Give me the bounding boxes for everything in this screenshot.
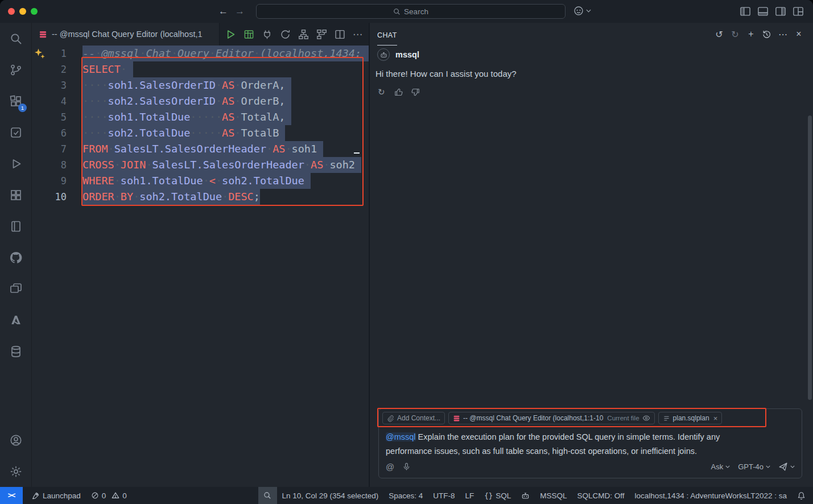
split-editor-icon[interactable]: [335, 29, 345, 40]
code-line[interactable]: CROSS·JOIN·SalesLT.SalesOrderHeader·AS·s…: [82, 157, 369, 173]
model-dropdown[interactable]: GPT-4o: [738, 462, 770, 471]
code-token: ·: [114, 191, 121, 203]
code-token: CROSS: [82, 159, 114, 171]
results-grid-icon[interactable]: [244, 29, 254, 40]
new-chat-icon[interactable]: +: [746, 29, 756, 39]
code-token: ·: [323, 159, 329, 171]
send-button[interactable]: [778, 462, 795, 472]
chat-history-icon[interactable]: [762, 30, 772, 39]
activity-extensions[interactable]: 1: [0, 85, 31, 117]
activity-search[interactable]: [0, 23, 31, 54]
activity-settings[interactable]: [0, 456, 31, 487]
code-token: AS: [311, 159, 323, 171]
code-token: AS: [222, 127, 234, 139]
regenerate-icon[interactable]: ↻: [378, 87, 385, 97]
plan-file-chip[interactable]: plan.sqlplan ×: [658, 412, 723, 424]
history-navigation: ← →: [218, 0, 245, 23]
add-context-chip[interactable]: Add Context...: [382, 412, 445, 424]
run-query-button[interactable]: [225, 29, 236, 40]
status-sqlcmd[interactable]: SQLCMD: Off: [572, 487, 630, 504]
status-copilot[interactable]: [516, 487, 535, 504]
editor-tab[interactable]: -- @mssql Chat Query Editor (localhost,1: [32, 23, 220, 46]
status-notifications[interactable]: [792, 487, 813, 504]
status-bar: >< Launchpad 0 0: [0, 487, 813, 504]
microphone-icon[interactable]: [402, 462, 411, 471]
status-cursor-position[interactable]: Ln 10, Col 29 (354 selected): [277, 487, 384, 504]
activity-run-debug[interactable]: [0, 148, 31, 179]
minimize-window-button[interactable]: [19, 8, 26, 15]
azure-icon: [9, 313, 23, 327]
redo-icon[interactable]: ↻: [730, 29, 740, 40]
chat-panel-title[interactable]: CHAT: [377, 23, 397, 46]
code-token: ·: [133, 191, 139, 203]
thumbs-down-icon[interactable]: [411, 88, 420, 97]
thumbs-up-icon[interactable]: [394, 88, 403, 97]
toggle-secondary-sidebar-icon[interactable]: [775, 6, 786, 17]
status-connection[interactable]: localhost,1434 : AdventureWorksLT2022 : …: [630, 487, 792, 504]
code-line[interactable]: ····soh2.SalesOrderID·AS·OrderB,: [82, 93, 369, 109]
editor[interactable]: 12345678910 --·@mssql·Chat·Query·Editor·…: [32, 46, 369, 487]
connect-plug-icon[interactable]: [262, 29, 273, 40]
undo-icon[interactable]: ↺: [714, 29, 724, 40]
estimated-plan-icon[interactable]: [280, 29, 291, 40]
chat-input-toolbar: @ Ask GPT-4o: [386, 460, 795, 473]
toggle-primary-sidebar-icon[interactable]: [740, 6, 751, 17]
code-line[interactable]: ORDER·BY·soh2.TotalDue·DESC;: [82, 189, 369, 205]
code-line[interactable]: ····soh1.TotalDue·····AS·TotalA,: [82, 109, 369, 125]
activity-bar: 1: [0, 23, 32, 487]
code-line[interactable]: SELECT·: [82, 61, 369, 77]
code-line[interactable]: ····soh2.TotalDue·····AS·TotalB: [82, 125, 369, 141]
activity-tasks[interactable]: [0, 117, 31, 148]
status-indentation[interactable]: Spaces: 4: [383, 487, 428, 504]
remove-chip-icon[interactable]: ×: [713, 414, 718, 423]
code-token: FROM: [82, 143, 108, 155]
current-file-chip[interactable]: -- @mssql Chat Query Editor (localhost,1…: [448, 412, 655, 424]
status-encoding[interactable]: UTF-8: [428, 487, 460, 504]
command-center-search[interactable]: Search: [256, 4, 566, 19]
status-launchpad[interactable]: Launchpad: [26, 487, 86, 504]
activity-source-control[interactable]: [0, 54, 31, 85]
mode-dropdown[interactable]: Ask: [711, 462, 731, 471]
line-number: 1: [32, 46, 67, 61]
account-icon: [9, 433, 23, 447]
schema-icon[interactable]: [298, 29, 309, 40]
status-mssql[interactable]: MSSQL: [535, 487, 572, 504]
activity-github[interactable]: [0, 242, 31, 273]
chat-input-container[interactable]: Add Context... -- @mssql Chat Query Edit…: [378, 408, 802, 478]
close-panel-icon[interactable]: ×: [794, 29, 804, 39]
chat-more-icon[interactable]: ⋯: [778, 29, 788, 40]
code-line[interactable]: WHERE·soh1.TotalDue·<·soh2.TotalDue: [82, 173, 369, 189]
eye-icon[interactable]: [642, 414, 650, 422]
back-button[interactable]: ←: [218, 6, 228, 17]
code-line[interactable]: FROM·SalesLT.SalesOrderHeader·AS·soh1: [82, 141, 369, 157]
more-actions-icon[interactable]: ⋯: [353, 29, 362, 40]
activity-blocks[interactable]: [0, 179, 31, 210]
mention-icon[interactable]: @: [386, 462, 394, 472]
activity-database[interactable]: [0, 336, 31, 367]
chat-scrollbar[interactable]: [808, 115, 812, 400]
status-language[interactable]: {} SQL: [479, 487, 516, 504]
customize-layout-icon[interactable]: [793, 6, 804, 17]
status-search-button[interactable]: [258, 487, 277, 504]
toggle-panel-icon[interactable]: [757, 6, 769, 17]
status-eol[interactable]: LF: [460, 487, 479, 504]
code-line[interactable]: ····soh1.SalesOrderID·AS·OrderA,: [82, 77, 369, 93]
activity-azure[interactable]: [0, 304, 31, 336]
copilot-menu[interactable]: [573, 6, 591, 16]
code-token: ·: [146, 159, 152, 171]
status-problems[interactable]: 0 0: [86, 487, 132, 504]
code-token: ·: [121, 63, 127, 75]
forward-button[interactable]: →: [235, 6, 245, 17]
code-token: TotalA,: [241, 111, 285, 123]
zoom-window-button[interactable]: [31, 8, 38, 15]
activity-docs[interactable]: [0, 210, 31, 242]
code-line[interactable]: --·@mssql·Chat·Query·Editor·(localhost,1…: [82, 46, 369, 61]
query-plan-icon[interactable]: [316, 29, 327, 40]
book-icon: [9, 220, 23, 233]
activity-remote-explorer[interactable]: [0, 273, 31, 304]
close-window-button[interactable]: [8, 8, 15, 15]
code-token: soh2.TotalDue: [139, 191, 222, 203]
activity-accounts[interactable]: [0, 424, 31, 456]
chat-input-text[interactable]: @mssql Explain the execution plan for th…: [386, 430, 753, 458]
remote-indicator[interactable]: ><: [0, 487, 23, 504]
